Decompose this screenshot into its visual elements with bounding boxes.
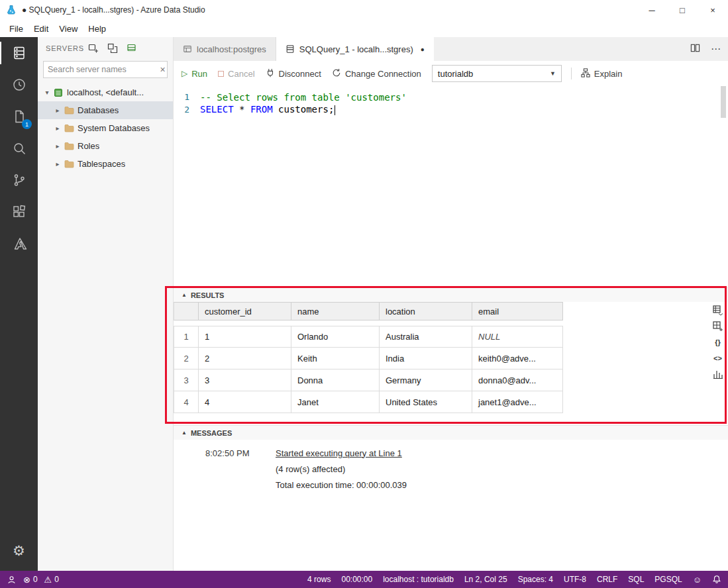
grid-cell[interactable]: Keith: [291, 348, 380, 369]
explain-button[interactable]: Explain: [581, 68, 623, 79]
feedback-smiley-icon[interactable]: ☺: [693, 575, 702, 585]
notifications-bell-icon[interactable]: [712, 575, 721, 584]
save-as-excel-icon[interactable]: [712, 320, 723, 332]
tree-item-server[interactable]: ▾ localhost, <default...: [38, 83, 173, 101]
sql-editor[interactable]: 1 -- Select rows from table 'customers' …: [174, 86, 728, 287]
tab-localhost-postgres[interactable]: localhost:postgres: [174, 37, 276, 61]
tree-item-databases[interactable]: ▸ Databases: [38, 101, 173, 119]
menu-help[interactable]: Help: [83, 22, 111, 36]
collapsed-caret-icon[interactable]: ▸: [52, 142, 63, 150]
new-server-group-icon[interactable]: [107, 43, 118, 54]
server-search-input[interactable]: [44, 65, 158, 74]
editor-area: localhost:postgres SQLQuery_1 - localh..…: [174, 37, 728, 571]
disconnect-button[interactable]: Disconnect: [266, 68, 321, 79]
status-connection[interactable]: localhost : tutorialdb: [383, 575, 454, 584]
database-dropdown[interactable]: tutorialdb ▼: [432, 65, 562, 82]
grid-cell[interactable]: 3: [199, 369, 291, 391]
grid-corner-cell[interactable]: [174, 302, 199, 320]
dirty-indicator-icon[interactable]: ●: [421, 46, 425, 53]
folder-icon: [63, 124, 75, 132]
row-number-cell[interactable]: 1: [174, 326, 199, 348]
row-number-cell[interactable]: 3: [174, 369, 199, 391]
editor-scrollbar[interactable]: [721, 86, 726, 118]
errors-indicator[interactable]: ⊗ 0: [23, 575, 38, 585]
tab-sqlquery[interactable]: SQLQuery_1 - localh...stgres) ●: [276, 37, 434, 61]
clear-search-icon[interactable]: ×: [158, 64, 167, 75]
expand-caret-icon[interactable]: ▾: [42, 89, 52, 96]
status-provider[interactable]: PGSQL: [654, 575, 682, 584]
tree-item-roles[interactable]: ▸ Roles: [38, 137, 173, 155]
table-row[interactable]: 2 2 Keith India keith0@adve...: [174, 348, 563, 369]
save-as-xml-icon[interactable]: <>: [712, 352, 723, 364]
sql-file-icon: [286, 44, 295, 54]
collapsed-caret-icon[interactable]: ▸: [52, 160, 63, 168]
warnings-indicator[interactable]: ⚠ 0: [44, 575, 59, 585]
source-control-icon[interactable]: [0, 164, 38, 196]
column-header[interactable]: name: [291, 302, 380, 320]
status-language[interactable]: SQL: [628, 575, 644, 584]
row-number-cell[interactable]: 4: [174, 391, 199, 413]
servers-sidebar: SERVERS × ▾: [38, 37, 174, 571]
column-header[interactable]: customer_id: [199, 302, 291, 320]
grid-cell[interactable]: Germany: [380, 369, 472, 391]
grid-cell[interactable]: janet1@adve...: [472, 391, 563, 413]
grid-cell[interactable]: Australia: [380, 326, 472, 348]
table-row[interactable]: 3 3 Donna Germany donna0@adv...: [174, 369, 563, 391]
table-row[interactable]: 4 4 Janet United States janet1@adve...: [174, 391, 563, 413]
extensions-icon[interactable]: [0, 196, 38, 228]
more-actions-icon[interactable]: ⋯: [711, 43, 721, 55]
row-number-cell[interactable]: 2: [174, 348, 199, 369]
results-panel-header[interactable]: ▲ RESULTS: [174, 287, 728, 302]
grid-cell[interactable]: 4: [199, 391, 291, 413]
tree-item-tablespaces[interactable]: ▸ Tablespaces: [38, 155, 173, 173]
status-eol[interactable]: CRLF: [597, 575, 617, 584]
collapsed-caret-icon[interactable]: ▸: [52, 124, 63, 132]
split-editor-icon[interactable]: [690, 43, 700, 56]
maximize-button[interactable]: □: [667, 0, 698, 20]
status-cursor-position[interactable]: Ln 2, Col 25: [464, 575, 507, 584]
open-editors-icon[interactable]: 1: [0, 101, 38, 132]
visualize-chart-icon[interactable]: [712, 368, 723, 379]
column-header[interactable]: location: [380, 302, 472, 320]
status-encoding[interactable]: UTF-8: [564, 575, 586, 584]
disconnect-label: Disconnect: [279, 69, 321, 79]
search-icon[interactable]: [0, 132, 38, 164]
connections-icon[interactable]: [0, 37, 38, 69]
grid-cell-null[interactable]: NULL: [472, 326, 563, 348]
grid-cell[interactable]: keith0@adve...: [472, 348, 563, 369]
minimize-button[interactable]: ─: [637, 0, 667, 20]
status-indentation[interactable]: Spaces: 4: [518, 575, 553, 584]
change-connection-button[interactable]: Change Connection: [332, 68, 421, 79]
app-logo-icon: [6, 5, 17, 15]
save-as-csv-icon[interactable]: [712, 305, 723, 316]
azure-icon[interactable]: [0, 228, 38, 260]
collapse-twisty-icon[interactable]: ▲: [182, 430, 187, 436]
menu-edit[interactable]: Edit: [28, 22, 54, 36]
collapsed-caret-icon[interactable]: ▸: [52, 107, 63, 114]
messages-panel-header[interactable]: ▲ MESSAGES: [174, 425, 728, 440]
column-header[interactable]: email: [472, 302, 563, 320]
query-toolbar: ▷ Run Cancel Disconnect C: [174, 61, 728, 86]
accounts-icon[interactable]: [7, 575, 17, 585]
grid-cell[interactable]: Janet: [291, 391, 380, 413]
active-connections-icon[interactable]: [127, 43, 137, 54]
task-history-icon[interactable]: [0, 69, 38, 101]
menu-view[interactable]: View: [54, 22, 83, 36]
grid-cell[interactable]: donna0@adv...: [472, 369, 563, 391]
table-row[interactable]: 1 1 Orlando Australia NULL: [174, 326, 563, 348]
save-as-json-icon[interactable]: {}: [712, 336, 723, 348]
new-connection-icon[interactable]: [88, 43, 99, 54]
grid-cell[interactable]: Donna: [291, 369, 380, 391]
grid-cell[interactable]: United States: [380, 391, 472, 413]
run-button[interactable]: ▷ Run: [182, 69, 207, 79]
settings-gear-icon[interactable]: ⚙: [0, 535, 38, 567]
message-link[interactable]: Started executing query at Line 1: [276, 448, 402, 458]
close-button[interactable]: ×: [698, 0, 728, 20]
grid-cell[interactable]: 2: [199, 348, 291, 369]
collapse-twisty-icon[interactable]: ▲: [182, 292, 187, 298]
grid-cell[interactable]: Orlando: [291, 326, 380, 348]
grid-cell[interactable]: India: [380, 348, 472, 369]
menu-file[interactable]: File: [4, 22, 28, 36]
grid-cell[interactable]: 1: [199, 326, 291, 348]
tree-item-system-databases[interactable]: ▸ System Databases: [38, 119, 173, 137]
